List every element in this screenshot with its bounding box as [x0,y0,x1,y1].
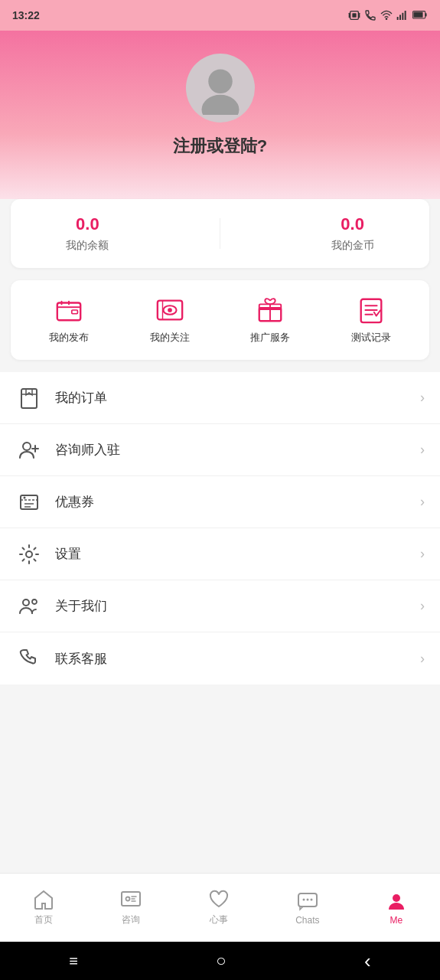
nav-item-me[interactable]: Me [376,884,416,932]
menu-item-contact[interactable]: 联系客服 › [0,632,440,684]
svg-point-12 [208,70,233,94]
quick-icon-promote[interactable]: 推广服务 [250,296,290,345]
svg-point-39 [126,897,130,901]
signal-icon [396,9,409,21]
status-time: 13:22 [12,9,40,21]
profile-section: 注册或登陆? [0,31,440,202]
bottom-spacer [0,684,440,723]
nav-item-home[interactable]: 首页 [24,883,64,933]
balance-value: 0.0 [76,214,99,234]
balance-card: 0.0 我的余额 0.0 我的金币 [11,199,429,268]
svg-point-4 [386,18,386,19]
nav-item-consult[interactable]: 咨询 [111,883,151,933]
coins-item: 0.0 我的金币 [331,214,374,253]
svg-rect-6 [399,15,401,20]
nav-label-me: Me [389,915,403,926]
svg-rect-23 [361,299,382,322]
nav-label-home: 首页 [34,913,53,926]
svg-rect-8 [405,11,406,20]
svg-rect-5 [397,17,399,20]
sys-home-button[interactable]: ○ [208,943,233,978]
quick-icon-follow[interactable]: 我的关注 [150,296,190,345]
menu-icon-settings [15,541,43,568]
svg-point-41 [302,898,305,900]
svg-point-32 [24,496,26,498]
home-nav-icon [33,889,54,910]
battery-icon [412,9,428,21]
menu-item-consultant[interactable]: 咨询师入驻 › [0,424,440,476]
wallet-icon [54,296,83,325]
menu-text-order: 我的订单 [55,389,420,407]
add-user-icon [18,439,40,461]
menu-text-settings: 设置 [55,545,420,563]
svg-rect-10 [425,13,426,16]
svg-rect-3 [352,13,356,17]
menu-text-contact: 联系客服 [55,650,420,668]
balance-amount-item: 0.0 我的余额 [66,214,109,253]
nav-item-chats[interactable]: Chats [286,884,328,932]
nav-label-heart: 心事 [210,913,228,926]
status-icons [348,9,428,21]
gift-icon [256,296,285,325]
nav-item-heart[interactable]: 心事 [199,883,239,933]
svg-point-13 [201,95,239,115]
quick-label-promote: 推广服务 [250,331,290,345]
menu-arrow-order: › [420,390,425,406]
menu-arrow-about: › [420,598,425,614]
quick-icons-card: 我的发布 我的关注 推广服务 [11,280,429,360]
menu-item-order[interactable]: 我的订单 › [0,372,440,424]
svg-point-42 [306,898,308,900]
svg-rect-15 [72,310,78,314]
avatar[interactable] [186,54,255,122]
menu-icon-order [15,384,43,412]
balance-divider [220,218,220,249]
nav-label-consult: 咨询 [122,913,140,926]
menu-arrow-settings: › [420,546,425,562]
menu-arrow-contact: › [420,651,425,667]
menu-item-about[interactable]: 关于我们 › [0,580,440,632]
svg-point-35 [26,551,32,557]
svg-rect-27 [21,389,37,408]
wifi-icon [380,9,393,21]
coins-label: 我的金币 [331,239,374,253]
quick-icon-test[interactable]: 测试记录 [351,296,391,345]
menu-arrow-coupon: › [420,494,425,510]
sys-back-button[interactable]: ‹ [357,942,379,981]
chats-nav-icon [297,890,318,912]
status-bar: 13:22 [0,0,440,31]
bottom-nav: 首页 咨询 心事 Chats Me [0,873,440,942]
system-nav-bar: ≡ ○ ‹ [0,942,440,980]
call-icon [364,9,376,21]
svg-point-43 [310,898,312,900]
gear-icon [18,544,40,565]
svg-rect-38 [122,892,140,906]
menu-text-about: 关于我们 [55,597,420,615]
profile-login-prompt[interactable]: 注册或登陆? [173,135,267,158]
heart-nav-icon [208,889,230,910]
menu-icon-about [15,593,43,620]
menu-icon-contact [15,645,43,672]
me-nav-icon [386,890,407,912]
menu-item-settings[interactable]: 设置 › [0,528,440,580]
nav-label-chats: Chats [295,915,319,926]
quick-icon-publish[interactable]: 我的发布 [49,296,89,345]
svg-point-18 [168,308,172,312]
vibrate-icon [348,9,360,21]
people-icon [18,596,40,617]
menu-item-coupon[interactable]: 优惠券 › [0,476,440,528]
svg-point-44 [393,894,400,902]
svg-rect-1 [359,13,360,18]
tag-icon [18,492,40,513]
menu-arrow-consultant: › [420,442,425,458]
svg-rect-0 [349,13,350,18]
sys-menu-button[interactable]: ≡ [61,945,86,978]
menu-icon-coupon [15,488,43,516]
coins-value: 0.0 [341,214,364,234]
bookmark-icon [18,387,40,409]
menu-icon-consultant [15,436,43,464]
eye-icon [155,296,184,325]
menu-list: 我的订单 › 咨询师入驻 › [0,372,440,684]
consult-nav-icon [120,889,142,910]
checklist-icon [357,296,386,325]
svg-rect-7 [402,13,403,20]
